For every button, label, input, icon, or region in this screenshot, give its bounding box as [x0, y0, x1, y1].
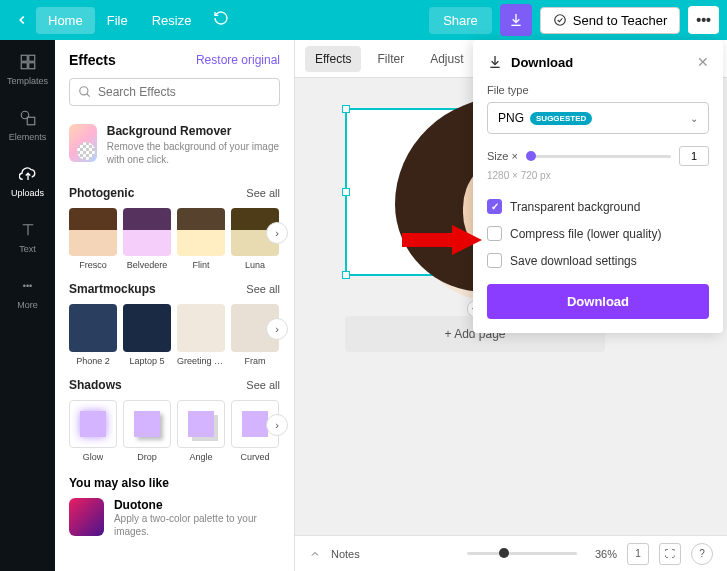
nav-uploads[interactable]: Uploads [0, 160, 55, 202]
thumb-label: Belvedere [127, 260, 168, 270]
nav-more[interactable]: ••• More [0, 272, 55, 314]
background-remover[interactable]: Background Remover Remove the background… [55, 116, 294, 180]
mockup-item[interactable]: Greeting car… [177, 304, 225, 366]
shadows-see-all[interactable]: See all [246, 379, 280, 391]
thumb-label: Phone 2 [76, 356, 110, 366]
photogenic-item[interactable]: Belvedere [123, 208, 171, 270]
nav-templates-label: Templates [7, 76, 48, 86]
zoom-slider[interactable] [467, 552, 577, 555]
bottom-bar: Notes 36% 1 ⛶ ? [295, 535, 727, 571]
compress-checkbox[interactable] [487, 226, 502, 241]
zoom-value: 36% [595, 548, 617, 560]
thumb-label: Angle [189, 452, 212, 462]
download-panel-header: Download ✕ [487, 54, 709, 70]
resize-button[interactable]: Resize [140, 7, 204, 34]
bg-remover-desc: Remove the background of your image with… [107, 140, 280, 166]
compress-option[interactable]: Compress file (lower quality) [487, 220, 709, 247]
transparent-bg-option[interactable]: Transparent background [487, 193, 709, 220]
smartmockups-row: Phone 2 Laptop 5 Greeting car… Fram › [55, 304, 294, 372]
also-like-title: You may also like [69, 476, 280, 490]
help-button[interactable]: ? [691, 543, 713, 565]
undo-button[interactable] [203, 4, 239, 36]
effects-panel: Effects Restore original Background Remo… [55, 40, 295, 571]
save-settings-option[interactable]: Save download settings [487, 247, 709, 274]
nav-elements[interactable]: Elements [0, 104, 55, 146]
svg-point-0 [555, 15, 566, 26]
smartmockups-next[interactable]: › [266, 318, 288, 340]
chevron-up-icon[interactable] [309, 548, 321, 560]
notes-button[interactable]: Notes [331, 548, 360, 560]
transparent-checkbox[interactable] [487, 199, 502, 214]
resize-handle[interactable] [342, 105, 350, 113]
home-button[interactable]: Home [36, 7, 95, 34]
photogenic-item[interactable]: Flint [177, 208, 225, 270]
share-button[interactable]: Share [429, 7, 492, 34]
send-teacher-label: Send to Teacher [573, 13, 667, 28]
duotone-item[interactable]: Duotone Apply a two-color palette to you… [69, 498, 280, 538]
thumb-label: Fresco [79, 260, 107, 270]
resize-handle[interactable] [342, 188, 350, 196]
shadows-next[interactable]: › [266, 414, 288, 436]
page-count-button[interactable]: 1 [627, 543, 649, 565]
nav-text[interactable]: Text [0, 216, 55, 258]
uploads-icon [18, 164, 38, 184]
svg-rect-2 [28, 55, 34, 61]
shadows-title: Shadows [69, 378, 122, 392]
resize-handle[interactable] [342, 271, 350, 279]
size-slider-thumb[interactable] [526, 151, 536, 161]
smartmockups-see-all[interactable]: See all [246, 283, 280, 295]
mockup-item[interactable]: Phone 2 [69, 304, 117, 366]
photogenic-item[interactable]: Fresco [69, 208, 117, 270]
file-menu[interactable]: File [95, 7, 140, 34]
close-icon[interactable]: ✕ [697, 54, 709, 70]
fullscreen-button[interactable]: ⛶ [659, 543, 681, 565]
svg-rect-4 [28, 63, 34, 69]
size-input[interactable] [679, 146, 709, 166]
photogenic-thumb [69, 208, 117, 256]
dimensions-text: 1280 × 720 px [487, 170, 709, 181]
photogenic-row: Fresco Belvedere Flint Luna › [55, 208, 294, 276]
file-type-select[interactable]: PNG SUGGESTED ⌄ [487, 102, 709, 134]
download-title: Download [511, 55, 689, 70]
download-icon-button[interactable] [500, 4, 532, 36]
back-button[interactable] [8, 6, 36, 34]
nav-templates[interactable]: Templates [0, 48, 55, 90]
topbar-left: Home File Resize [8, 4, 239, 36]
smartmockups-header: Smartmockups See all [55, 276, 294, 304]
shadow-item[interactable]: Drop [123, 400, 171, 462]
nav-text-label: Text [19, 244, 36, 254]
check-circle-icon [553, 13, 567, 27]
tab-adjust[interactable]: Adjust [420, 46, 473, 72]
search-box[interactable] [69, 78, 280, 106]
tab-filter[interactable]: Filter [367, 46, 414, 72]
mockup-thumb [123, 304, 171, 352]
search-input[interactable] [98, 85, 271, 99]
tab-effects[interactable]: Effects [305, 46, 361, 72]
restore-original-link[interactable]: Restore original [196, 53, 280, 67]
photogenic-next[interactable]: › [266, 222, 288, 244]
svg-rect-6 [27, 117, 35, 125]
photogenic-thumb [123, 208, 171, 256]
send-to-teacher-button[interactable]: Send to Teacher [540, 7, 680, 34]
shadow-thumb [177, 400, 225, 448]
nav-uploads-label: Uploads [11, 188, 44, 198]
download-button[interactable]: Download [487, 284, 709, 319]
shadow-item[interactable]: Angle [177, 400, 225, 462]
mockup-item[interactable]: Laptop 5 [123, 304, 171, 366]
undo-icon [213, 10, 229, 26]
page-num: 1 [635, 548, 641, 559]
nav-elements-label: Elements [9, 132, 47, 142]
thumb-label: Glow [83, 452, 104, 462]
photogenic-see-all[interactable]: See all [246, 187, 280, 199]
shadow-item[interactable]: Glow [69, 400, 117, 462]
shadows-header: Shadows See all [55, 372, 294, 400]
size-row: Size × [487, 146, 709, 166]
size-slider[interactable] [526, 155, 671, 158]
thumb-label: Luna [245, 260, 265, 270]
svg-rect-3 [21, 63, 27, 69]
duotone-thumb [69, 498, 104, 536]
save-settings-checkbox[interactable] [487, 253, 502, 268]
bg-remover-title: Background Remover [107, 124, 280, 138]
zoom-slider-thumb[interactable] [499, 548, 509, 558]
more-button[interactable]: ••• [688, 6, 719, 34]
